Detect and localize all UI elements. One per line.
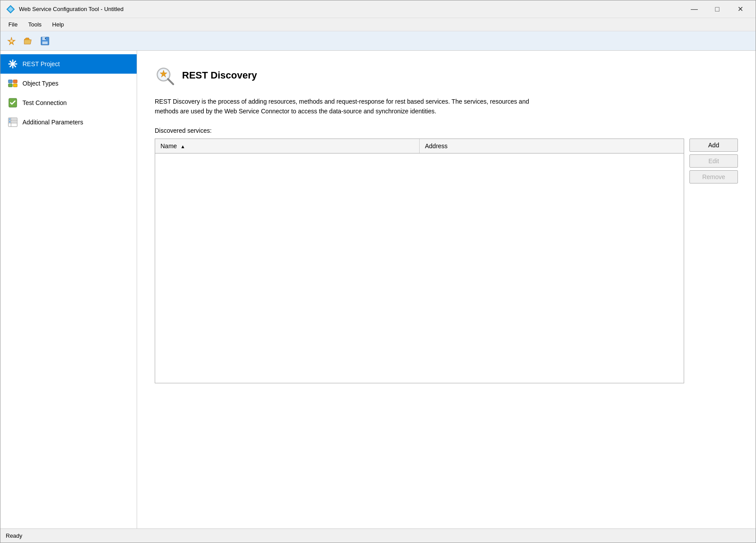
additional-parameters-icon <box>7 117 18 127</box>
services-area: Name ▲ Address Add Edit Remov <box>155 139 738 383</box>
sidebar: REST Project Object Types <box>0 51 137 528</box>
name-sort-arrow: ▲ <box>180 144 185 149</box>
open-icon <box>23 36 33 46</box>
maximize-button[interactable]: □ <box>707 3 727 15</box>
window-title: Web Service Configuration Tool - Untitle… <box>19 6 123 12</box>
rest-discovery-icon <box>155 65 176 86</box>
new-button[interactable] <box>4 34 19 49</box>
svg-rect-23 <box>9 118 11 120</box>
edit-button[interactable]: Edit <box>689 154 738 168</box>
sidebar-item-rest-project[interactable]: REST Project <box>0 54 137 74</box>
main-area: REST Project Object Types <box>0 51 756 528</box>
object-types-label: Object Types <box>22 80 58 87</box>
svg-rect-14 <box>8 80 12 83</box>
services-table-container: Name ▲ Address <box>155 139 684 383</box>
discovered-services-label: Discovered services: <box>155 127 738 134</box>
svg-rect-26 <box>11 121 17 123</box>
column-address[interactable]: Address <box>420 139 684 154</box>
title-bar-controls: — □ ✕ <box>684 3 750 15</box>
svg-line-29 <box>168 79 173 84</box>
content-title: REST Discovery <box>182 70 257 81</box>
menu-help[interactable]: Help <box>48 19 68 30</box>
svg-rect-8 <box>45 37 46 39</box>
svg-point-3 <box>10 40 13 42</box>
svg-rect-24 <box>11 118 17 120</box>
column-name[interactable]: Name ▲ <box>155 139 420 154</box>
action-buttons: Add Edit Remove <box>689 139 738 183</box>
close-button[interactable]: ✕ <box>730 3 750 15</box>
save-icon <box>40 36 50 46</box>
svg-point-13 <box>11 63 14 65</box>
svg-rect-16 <box>8 84 12 87</box>
test-connection-icon <box>7 97 18 108</box>
svg-rect-17 <box>13 84 17 87</box>
svg-rect-7 <box>42 41 48 44</box>
test-connection-label: Test Connection <box>22 99 67 106</box>
minimize-button[interactable]: — <box>684 3 704 15</box>
sidebar-item-additional-parameters[interactable]: Additional Parameters <box>0 112 137 132</box>
content-panel: REST Discovery REST Discovery is the pro… <box>137 51 756 528</box>
add-button[interactable]: Add <box>689 139 738 152</box>
content-description: REST Discovery is the process of adding … <box>155 97 551 116</box>
rest-project-label: REST Project <box>22 60 60 67</box>
content-header: REST Discovery <box>155 65 738 86</box>
table-body <box>155 153 684 382</box>
toolbar <box>0 31 756 51</box>
new-icon <box>7 36 16 46</box>
status-text: Ready <box>6 532 22 539</box>
title-bar: Web Service Configuration Tool - Untitle… <box>0 0 756 18</box>
open-button[interactable] <box>21 34 36 49</box>
menu-file[interactable]: File <box>4 19 22 30</box>
remove-button[interactable]: Remove <box>689 170 738 183</box>
menu-bar: File Tools Help <box>0 18 756 31</box>
title-bar-left: Web Service Configuration Tool - Untitle… <box>6 4 123 14</box>
object-types-icon <box>7 78 18 89</box>
sidebar-item-object-types[interactable]: Object Types <box>0 74 137 93</box>
status-bar: Ready <box>0 528 756 543</box>
save-button[interactable] <box>37 34 52 49</box>
additional-parameters-label: Additional Parameters <box>22 119 83 126</box>
svg-rect-15 <box>13 80 17 83</box>
app-icon <box>6 4 15 14</box>
rest-project-icon <box>7 59 18 69</box>
svg-rect-25 <box>9 121 11 123</box>
services-table: Name ▲ Address <box>155 139 684 383</box>
sidebar-item-test-connection[interactable]: Test Connection <box>0 93 137 112</box>
menu-tools[interactable]: Tools <box>24 19 46 30</box>
